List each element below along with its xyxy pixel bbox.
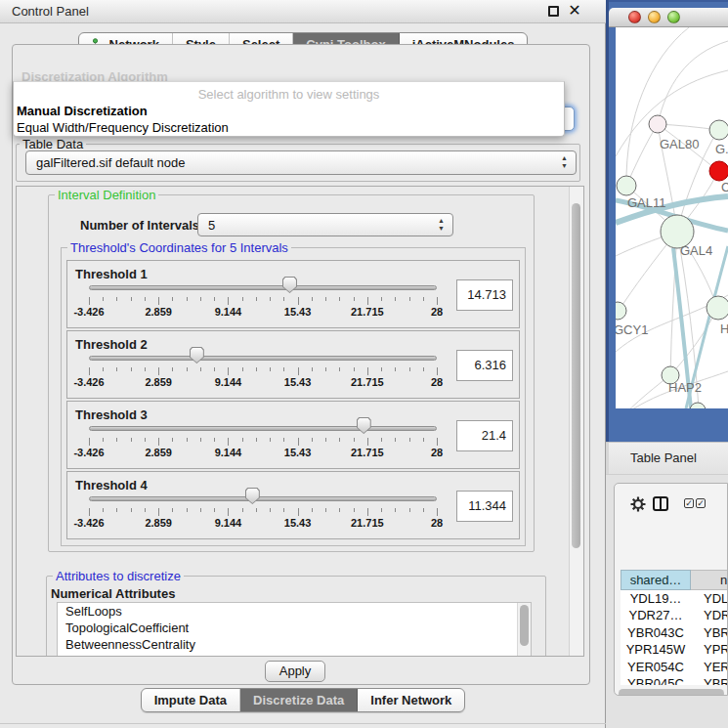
- number-of-intervals-combobox[interactable]: 5 ▲▼: [197, 213, 453, 236]
- attribute-list-item[interactable]: SelfLoops: [58, 603, 531, 620]
- label-gal80: GAL80: [660, 137, 699, 151]
- cell-name[interactable]: YBR0: [691, 675, 728, 685]
- slider-track[interactable]: [89, 356, 437, 361]
- cell-name[interactable]: YPR1: [691, 641, 728, 658]
- apply-button[interactable]: Apply: [265, 661, 325, 682]
- table-row[interactable]: YDL19…YDL1: [621, 590, 728, 607]
- table-row[interactable]: YBR043CYBR0: [621, 624, 728, 641]
- node-h[interactable]: [707, 296, 728, 320]
- slider-track[interactable]: [89, 285, 437, 290]
- control-panel: Control Panel ✕ Network Style Select Cyn…: [0, 0, 606, 728]
- threshold-value-field[interactable]: 21.4: [456, 420, 513, 451]
- node-gal11[interactable]: [617, 176, 636, 195]
- table-row[interactable]: YER054CYER0: [621, 659, 728, 675]
- dropdown-option-manual-discretization[interactable]: Manual Discretization: [17, 104, 148, 118]
- algorithm-settings-panel: Interval Definition Number of Intervals …: [16, 186, 584, 657]
- table-row[interactable]: YDR27…YDR2: [621, 607, 728, 623]
- threshold-value-field[interactable]: 11.344: [456, 491, 513, 522]
- slider-thumb[interactable]: [245, 488, 260, 504]
- cell-shared-name[interactable]: YER054C: [621, 659, 691, 675]
- split-panel-icon[interactable]: [653, 496, 668, 511]
- attributes-scrollbar[interactable]: [517, 603, 531, 657]
- table-horizontal-scrollbar[interactable]: [619, 689, 724, 696]
- tab-discretize-data[interactable]: Discretize Data: [240, 689, 358, 711]
- tab-impute-data[interactable]: Impute Data: [142, 689, 240, 711]
- node-gcy1[interactable]: [616, 302, 626, 320]
- float-window-icon[interactable]: [548, 6, 559, 17]
- network-view-window: GAL80 G. C GAL11 GAL4 GCY1 H HAP2: [606, 0, 728, 442]
- slider-tick-label: 21.715: [351, 306, 384, 318]
- node-top-right[interactable]: [709, 120, 728, 140]
- numerical-attributes-list[interactable]: SelfLoopsTopologicalCoefficientBetweenne…: [57, 602, 532, 657]
- settings-scrollbar[interactable]: [569, 187, 583, 656]
- zoom-traffic-light-icon[interactable]: [667, 11, 680, 23]
- combo-arrows-icon: ▲▼: [561, 154, 568, 170]
- slider-tick-label: -3.426: [73, 447, 104, 458]
- tab-impute-data-label: Impute Data: [154, 693, 227, 707]
- cell-name[interactable]: YER0: [691, 659, 728, 675]
- cell-shared-name[interactable]: YDL19…: [621, 590, 691, 607]
- slider-tick-label: 28: [431, 517, 443, 529]
- attributes-scrollbar-thumb[interactable]: [520, 605, 529, 646]
- cell-shared-name[interactable]: YDR27…: [621, 607, 691, 623]
- dropdown-hint: Select algorithm to view settings: [14, 87, 564, 102]
- cell-shared-name[interactable]: YBR043C: [621, 624, 691, 641]
- cell-name[interactable]: YDL1: [691, 590, 728, 607]
- bottom-divider: [0, 723, 606, 724]
- node-red-selected[interactable]: [709, 161, 728, 181]
- network-canvas[interactable]: GAL80 G. C GAL11 GAL4 GCY1 H HAP2: [616, 27, 728, 408]
- table-data-combobox[interactable]: galFiltered.sif default node ▲▼: [25, 150, 577, 175]
- settings-scrollbar-thumb[interactable]: [572, 203, 580, 548]
- threshold-value-field[interactable]: 14.713: [456, 279, 513, 311]
- slider-track[interactable]: [89, 496, 437, 501]
- table-row[interactable]: YBR045CYBR0: [621, 675, 728, 685]
- attribute-list-item[interactable]: TopologicalCoefficient: [58, 620, 531, 636]
- attribute-list-item[interactable]: BetweennessCentrality: [58, 636, 531, 653]
- slider-thumb[interactable]: [190, 347, 204, 364]
- gear-icon[interactable]: [630, 496, 646, 512]
- cell-shared-name[interactable]: YBR045C: [621, 675, 691, 685]
- cell-shared-name[interactable]: YPR145W: [621, 641, 691, 658]
- node-gal80[interactable]: [649, 115, 666, 133]
- slider-thumb[interactable]: [357, 417, 371, 434]
- interval-definition-title: Interval Definition: [55, 188, 158, 202]
- dropdown-option-equal-width-frequency[interactable]: Equal Width/Frequency Discretization: [17, 120, 229, 135]
- table-panel-title: Table Panel: [630, 450, 697, 465]
- network-nodes[interactable]: [616, 115, 728, 408]
- slider-tick-label: 15.43: [284, 306, 312, 318]
- table-toolbar: ✓ ✓: [615, 484, 727, 527]
- slider-track[interactable]: [89, 426, 437, 431]
- threshold-panel-1: Threshold 1-3.4262.8599.14415.4321.71528…: [66, 260, 520, 328]
- slider-tick-label: -3.426: [73, 306, 104, 318]
- threshold-value-field[interactable]: 6.316: [456, 350, 513, 381]
- bottom-tab-row: Impute Data Discretize Data Infer Networ…: [0, 688, 606, 712]
- table-panel-titlebar: Table Panel: [606, 442, 728, 475]
- label-gal4: GAL4: [680, 243, 712, 258]
- column-header-shared-name[interactable]: shared…: [621, 570, 691, 590]
- network-window-titlebar[interactable]: [609, 8, 728, 27]
- slider-tick-label: 28: [431, 447, 443, 458]
- column-visibility-icon[interactable]: ✓ ✓: [684, 498, 706, 508]
- numerical-attributes-label: Numerical Attributes: [51, 586, 175, 601]
- threshold-panel-3: Threshold 3-3.4262.8599.14415.4321.71528…: [66, 401, 520, 469]
- tab-infer-network[interactable]: Infer Network: [358, 689, 464, 711]
- column-header-name[interactable]: na: [691, 570, 728, 590]
- threshold-panel-4: Threshold 4-3.4262.8599.14415.4321.71528…: [66, 471, 520, 539]
- label-gal11: GAL11: [627, 195, 666, 210]
- cell-name[interactable]: YDR2: [691, 607, 728, 623]
- close-icon[interactable]: ✕: [567, 2, 582, 20]
- slider-thumb[interactable]: [282, 277, 297, 293]
- table-row[interactable]: YPR145WYPR1: [621, 641, 728, 658]
- close-traffic-light-icon[interactable]: [628, 11, 641, 23]
- threshold-label: Threshold 3: [75, 407, 148, 422]
- cell-name[interactable]: YBR0: [691, 624, 728, 641]
- slider-tick-label: 15.43: [284, 517, 312, 529]
- interval-definition-group: Interval Definition Number of Intervals …: [48, 194, 535, 552]
- label-c-partial: C: [721, 180, 728, 194]
- slider-tick-label: 21.715: [351, 517, 384, 529]
- label-gcy1: GCY1: [616, 322, 648, 337]
- slider-tick-label: 28: [431, 306, 443, 318]
- threshold-label: Threshold 4: [75, 478, 148, 492]
- slider-tick-label: -3.426: [73, 376, 104, 388]
- minimize-traffic-light-icon[interactable]: [648, 11, 661, 23]
